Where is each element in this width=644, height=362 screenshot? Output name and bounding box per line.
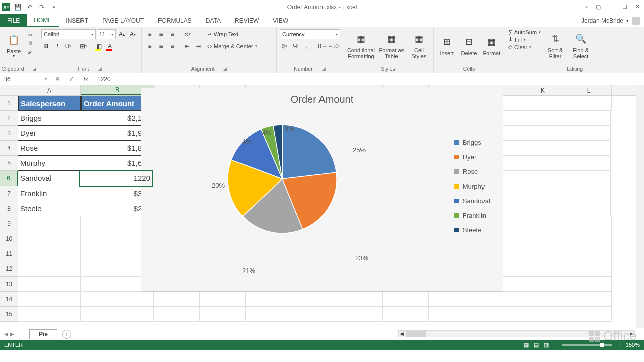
cell-L7[interactable]	[565, 186, 611, 201]
legend-item[interactable]: Briggs	[454, 139, 490, 146]
legend-item[interactable]: Rose	[454, 168, 490, 175]
undo-icon[interactable]: ↶	[25, 3, 34, 12]
legend-item[interactable]: Franklin	[454, 212, 490, 219]
cell-H15[interactable]	[383, 307, 429, 322]
cell-L1[interactable]	[566, 96, 612, 111]
cell-K9[interactable]	[520, 216, 566, 231]
cell-A11[interactable]	[18, 246, 81, 261]
cell-L10[interactable]	[566, 231, 612, 246]
row-header-4[interactable]: 4	[0, 141, 18, 156]
decrease-decimal-icon[interactable]: ←.0	[328, 41, 338, 51]
tab-data[interactable]: DATA	[199, 14, 228, 27]
cell-A1[interactable]: Salesperson	[18, 96, 81, 111]
row-header-12[interactable]: 12	[0, 261, 18, 277]
cell-L8[interactable]	[565, 201, 611, 216]
cell-G15[interactable]	[337, 307, 383, 322]
chart-object[interactable]: Order Amount 25%23%21%20%4%4%3% BriggsDy…	[141, 88, 503, 292]
align-left-icon[interactable]: ≡	[145, 41, 155, 51]
data-label[interactable]: 4%	[262, 129, 272, 136]
increase-indent-icon[interactable]: ⇥	[193, 41, 203, 51]
tab-scroll-right-icon[interactable]: ▶	[10, 331, 14, 337]
formula-input[interactable]: 1220	[93, 73, 644, 85]
font-color-icon[interactable]: A	[105, 41, 115, 51]
worksheet[interactable]: ABCDEFGHIJKL 123456789101112131415 Sales…	[0, 85, 644, 328]
cell-L14[interactable]	[566, 292, 612, 307]
cell-L11[interactable]	[566, 246, 612, 261]
cell-F14[interactable]	[291, 292, 337, 307]
decrease-indent-icon[interactable]: ⇤	[182, 41, 192, 51]
orientation-icon[interactable]: ⤮▾	[182, 29, 192, 39]
cell-L13[interactable]	[566, 277, 612, 292]
cell-D14[interactable]	[200, 292, 246, 307]
cell-J15[interactable]	[474, 307, 520, 322]
cell-K12[interactable]	[520, 261, 566, 277]
cell-K15[interactable]	[520, 307, 566, 322]
row-header-3[interactable]: 3	[0, 126, 18, 141]
legend-item[interactable]: Murphy	[454, 183, 490, 190]
cell-styles-button[interactable]: ▦Cell Styles	[408, 29, 430, 62]
data-label[interactable]: 20%	[212, 182, 225, 189]
view-page-layout-icon[interactable]: ▤	[534, 342, 539, 348]
format-as-table-button[interactable]: ▦Format as Table	[378, 29, 406, 62]
cell-K1[interactable]	[520, 96, 566, 111]
legend-item[interactable]: Dyer	[454, 153, 490, 161]
font-name-combo[interactable]: Calibri▾	[41, 29, 96, 39]
col-header-L[interactable]: L	[566, 85, 612, 95]
help-icon[interactable]: ?	[583, 4, 590, 10]
cell-K3[interactable]	[519, 126, 565, 141]
italic-button[interactable]: I	[52, 41, 62, 51]
cell-J14[interactable]	[474, 292, 520, 307]
cell-K14[interactable]	[520, 292, 566, 307]
bold-button[interactable]: B	[41, 41, 51, 51]
data-label[interactable]: 4%	[242, 138, 252, 145]
sheet-tab-active[interactable]: Pie	[29, 329, 57, 339]
chart-title[interactable]: Order Amount	[141, 88, 503, 107]
cell-F15[interactable]	[291, 307, 337, 322]
cell-A5[interactable]: Murphy	[18, 155, 80, 171]
fill-button[interactable]: ⬇Fill ▾	[508, 36, 541, 43]
qat-customize-icon[interactable]: ▾	[49, 3, 58, 12]
autosum-button[interactable]: ∑AutoSum ▾	[508, 29, 541, 35]
row-header-14[interactable]: 14	[0, 292, 18, 307]
cell-L3[interactable]	[565, 126, 611, 141]
row-headers[interactable]: 123456789101112131415	[0, 96, 18, 322]
maximize-icon[interactable]: ☐	[620, 4, 629, 10]
row-header-11[interactable]: 11	[0, 246, 18, 261]
select-all-corner[interactable]	[0, 85, 18, 96]
align-right-icon[interactable]: ≡	[167, 41, 177, 51]
format-painter-icon[interactable]: 🖌	[26, 48, 34, 55]
cancel-icon[interactable]: ✕	[50, 75, 64, 83]
data-label[interactable]: 21%	[242, 267, 255, 275]
vertical-scrollbar[interactable]	[636, 85, 644, 328]
underline-button[interactable]: U▾	[63, 41, 73, 51]
cell-I14[interactable]	[429, 292, 474, 307]
cell-K7[interactable]	[519, 186, 565, 201]
cell-A3[interactable]: Dyer	[18, 125, 80, 141]
enter-icon[interactable]: ✓	[64, 75, 78, 83]
zoom-out-icon[interactable]: −	[554, 342, 557, 348]
cell-K11[interactable]	[520, 246, 566, 261]
cell-D15[interactable]	[200, 307, 246, 322]
cell-A8[interactable]: Steele	[18, 201, 80, 216]
cell-A12[interactable]	[18, 261, 81, 277]
row-header-2[interactable]: 2	[0, 111, 18, 126]
align-top-icon[interactable]: ≡	[145, 29, 155, 39]
cell-L9[interactable]	[566, 216, 612, 231]
shrink-font-icon[interactable]: A▾	[128, 29, 138, 39]
new-sheet-button[interactable]: +	[62, 330, 71, 339]
save-icon[interactable]: 💾	[13, 3, 22, 12]
cell-K2[interactable]	[519, 111, 565, 126]
percent-icon[interactable]: %	[291, 41, 301, 51]
cell-A15[interactable]	[18, 307, 81, 322]
cell-E14[interactable]	[246, 292, 291, 307]
redo-icon[interactable]: ↷	[37, 3, 46, 12]
data-label[interactable]: 25%	[353, 146, 366, 154]
col-header-A[interactable]: A	[18, 85, 81, 95]
cell-A13[interactable]	[18, 277, 81, 292]
cell-K6[interactable]	[519, 171, 565, 186]
grow-font-icon[interactable]: A▴	[117, 29, 127, 39]
cell-A6[interactable]: Sandoval	[18, 170, 80, 186]
insert-cells-button[interactable]: ⊞Insert	[437, 29, 457, 62]
cell-I15[interactable]	[429, 307, 474, 322]
cell-L15[interactable]	[566, 307, 612, 322]
